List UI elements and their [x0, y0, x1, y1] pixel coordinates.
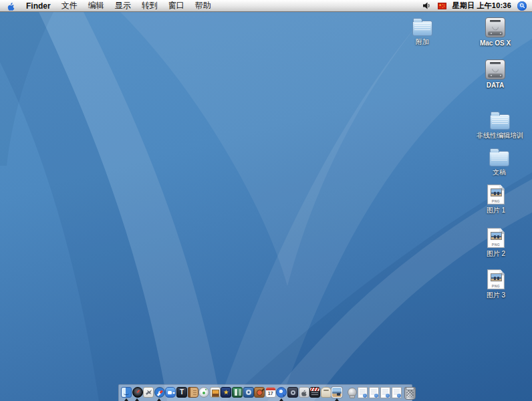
- active-app-menu[interactable]: Finder: [26, 1, 51, 11]
- icon-label: DATA: [487, 82, 504, 89]
- menu-clock[interactable]: 星期日 上午10:36: [452, 1, 511, 11]
- photo-thumbnail: [491, 273, 502, 281]
- menu-window[interactable]: 窗口: [168, 0, 184, 11]
- dock-film-clapper-icon[interactable]: [309, 387, 320, 401]
- png-badge: PNG: [489, 284, 503, 287]
- icon-label: 文稿: [493, 168, 506, 176]
- png-file-icon: PNG: [487, 269, 505, 289]
- desktop-icon-picture-1[interactable]: PNG 图片 1: [477, 184, 515, 214]
- dock-dashboard-icon[interactable]: [132, 387, 143, 401]
- dock-finder-icon[interactable]: [121, 387, 132, 401]
- drive-vent: [490, 62, 501, 64]
- drive-vent: [490, 20, 501, 22]
- menu-bar: Finder 文件 编辑 显示 转到 窗口 帮助 星期日 上午10:36: [0, 0, 532, 12]
- dock-media-disc-icon[interactable]: [243, 387, 254, 401]
- dock-imovie-icon[interactable]: [221, 387, 231, 401]
- hard-drive-icon: [485, 17, 505, 37]
- spotlight-search-icon[interactable]: [517, 1, 527, 11]
- desktop-wallpaper: [0, 12, 532, 401]
- folder-icon: [489, 151, 509, 166]
- dock-address-book-icon[interactable]: [188, 387, 198, 401]
- photo-thumbnail: [491, 232, 502, 240]
- trash-icon[interactable]: [404, 387, 416, 400]
- icon-label: Mac OS X: [480, 39, 511, 47]
- dock-garageband-icon[interactable]: [254, 387, 265, 401]
- dock-quicktime-icon[interactable]: [276, 387, 287, 401]
- apple-menu-icon[interactable]: [6, 1, 15, 11]
- desktop-icon-fujia-folder[interactable]: 附加: [404, 17, 441, 45]
- icon-label: 非线性编辑培训: [477, 132, 523, 139]
- dock-iphoto-icon[interactable]: [210, 387, 221, 401]
- folder-icon: [490, 114, 510, 130]
- menu-edit[interactable]: 编辑: [88, 0, 104, 11]
- menu-go[interactable]: 转到: [142, 0, 158, 11]
- minimized-document-window-2[interactable]: [369, 387, 379, 398]
- dock-ical-icon[interactable]: 17: [265, 387, 276, 401]
- icon-label: 图片 1: [487, 207, 505, 214]
- drive-base: [488, 31, 503, 35]
- folder-icon: [412, 21, 432, 36]
- desktop-icon-training-folder[interactable]: 非线性编辑培训: [474, 111, 526, 139]
- desktop-icon-documents-folder[interactable]: 文稿: [481, 148, 518, 176]
- dock-minimized-area: [346, 387, 416, 400]
- minimized-round-device-window[interactable]: [346, 387, 356, 398]
- dock-video-editor-icon[interactable]: [232, 387, 243, 401]
- desktop-icon-picture-2[interactable]: PNG 图片 2: [477, 228, 515, 257]
- dock-image-viewer-icon[interactable]: [331, 387, 342, 401]
- china-flag-input-icon[interactable]: [438, 3, 446, 9]
- minimized-document-window-3[interactable]: [380, 387, 390, 398]
- menu-help[interactable]: 帮助: [195, 0, 211, 11]
- png-file-icon: PNG: [487, 228, 505, 248]
- minimized-document-window-1[interactable]: [358, 387, 368, 398]
- icon-label: 图片 2: [487, 250, 505, 257]
- dock-ichat-icon[interactable]: [165, 387, 176, 401]
- dock-mail-icon[interactable]: [143, 387, 154, 401]
- icon-label: 图片 3: [487, 291, 505, 299]
- drive-mark: [491, 23, 499, 31]
- volume-icon[interactable]: [422, 1, 432, 10]
- desktop-icon-macosx-drive[interactable]: Mac OS X: [477, 17, 514, 47]
- photo-thumbnail: [491, 188, 502, 196]
- desktop-icon-picture-3[interactable]: PNG 图片 3: [477, 269, 515, 299]
- dock-safari-icon[interactable]: [154, 387, 165, 401]
- png-file-icon: PNG: [487, 184, 505, 205]
- menu-file[interactable]: 文件: [61, 0, 78, 11]
- dock-itunes-icon[interactable]: [198, 387, 209, 401]
- dock-dvd-player-icon[interactable]: [287, 387, 298, 401]
- dock-toast-burner-icon[interactable]: [321, 387, 331, 401]
- drive-base: [488, 74, 503, 78]
- drive-mark: [491, 65, 499, 74]
- icon-label: 附加: [416, 38, 429, 45]
- dock-text-app-icon[interactable]: T: [176, 387, 187, 401]
- dock: T 17: [118, 384, 412, 401]
- dock-app-list: T 17: [121, 387, 342, 401]
- png-badge: PNG: [489, 199, 503, 203]
- png-badge: PNG: [489, 243, 503, 246]
- desktop-icon-data-drive[interactable]: DATA: [477, 59, 514, 89]
- minimized-document-window-4[interactable]: [392, 387, 402, 398]
- hard-drive-icon: [485, 59, 505, 80]
- dock-apple-system-icon[interactable]: [299, 387, 309, 401]
- menu-view[interactable]: 显示: [115, 0, 131, 11]
